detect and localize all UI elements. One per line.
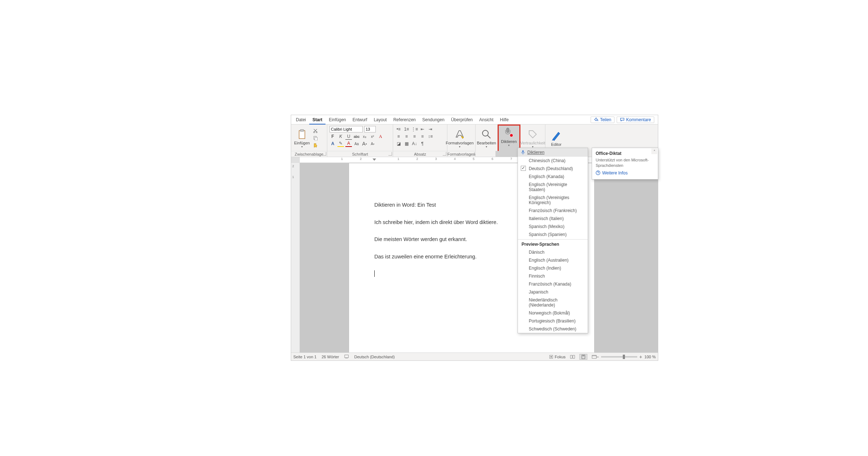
bold-button[interactable]: F xyxy=(329,133,336,140)
status-spellcheck-icon[interactable] xyxy=(344,354,349,359)
font-color-button[interactable]: A xyxy=(345,140,352,147)
show-marks-button[interactable]: ¶ xyxy=(419,140,426,147)
editing-label: Bearbeiten xyxy=(477,141,496,145)
tab-layout[interactable]: Layout xyxy=(370,115,390,124)
tab-ansicht[interactable]: Ansicht xyxy=(476,115,497,124)
align-right-button[interactable]: ≡ xyxy=(411,133,418,140)
language-option[interactable]: Französisch (Frankreich) xyxy=(518,207,588,215)
language-option[interactable]: Italienisch (Italien) xyxy=(518,215,588,223)
preview-language-option[interactable]: Englisch (Indien) xyxy=(518,264,588,272)
group-editing: Bearbeiten▾ xyxy=(476,124,498,157)
preview-languages-title: Preview-Sprachen xyxy=(518,240,588,248)
styles-launcher[interactable] xyxy=(471,152,475,156)
clear-formatting-button[interactable]: A xyxy=(377,133,384,140)
superscript-button[interactable]: x² xyxy=(369,133,376,140)
language-option[interactable]: Deutsch (Deutschland) xyxy=(518,165,588,173)
font-name-combobox[interactable] xyxy=(329,126,363,132)
copy-button[interactable] xyxy=(312,135,319,141)
subscript-button[interactable]: x₂ xyxy=(361,133,368,140)
justify-button[interactable]: ≡ xyxy=(419,133,426,140)
scroll-up-button[interactable]: ˄ xyxy=(651,148,657,154)
tab-ueberpruefen[interactable]: Überprüfen xyxy=(448,115,476,124)
preview-language-option[interactable]: Finnisch xyxy=(518,272,588,280)
preview-language-option[interactable]: Norwegisch (Bokmål) xyxy=(518,309,588,317)
align-center-button[interactable]: ≡ xyxy=(403,133,410,140)
paste-label: Einfügen xyxy=(294,141,310,145)
preview-language-option[interactable]: Dänisch xyxy=(518,248,588,256)
status-word-count[interactable]: 26 Wörter xyxy=(322,355,339,359)
paragraph-launcher[interactable] xyxy=(443,152,446,156)
strikethrough-button[interactable]: abc xyxy=(353,133,360,140)
format-painter-button[interactable] xyxy=(312,142,319,148)
line-spacing-button[interactable]: ↕≡ xyxy=(427,133,434,140)
styles-icon xyxy=(454,128,465,140)
tab-einfuegen[interactable]: Einfügen xyxy=(326,115,349,124)
change-case-button[interactable]: Aa xyxy=(353,140,360,147)
shrink-font-button[interactable]: A▾ xyxy=(369,140,376,147)
zoom-out-button[interactable]: − xyxy=(596,354,599,360)
grow-font-button[interactable]: A▴ xyxy=(361,140,368,147)
text-effects-button[interactable]: A xyxy=(329,140,336,147)
status-page[interactable]: Seite 1 von 1 xyxy=(293,355,316,359)
highlight-color-button[interactable]: ✎ xyxy=(337,140,344,147)
tab-referenzen[interactable]: Referenzen xyxy=(390,115,419,124)
svg-rect-7 xyxy=(345,355,348,358)
zoom-in-button[interactable]: + xyxy=(639,354,642,360)
shading-button[interactable]: ◪ xyxy=(395,140,402,147)
language-option[interactable]: Chinesisch (China) xyxy=(518,157,588,165)
multilevel-list-button[interactable]: ⋮≡ xyxy=(411,126,418,132)
svg-point-6 xyxy=(482,130,488,136)
clipboard-launcher[interactable] xyxy=(323,152,326,156)
language-option[interactable]: Spanisch (Mexiko) xyxy=(518,223,588,231)
language-option[interactable]: Spanisch (Spanien) xyxy=(518,231,588,238)
sort-button[interactable]: A↓ xyxy=(411,140,418,147)
preview-language-option[interactable]: Portugiesisch (Brasilien) xyxy=(518,317,588,325)
svg-rect-10 xyxy=(582,355,585,358)
underline-button[interactable]: U xyxy=(345,133,352,140)
dictate-button[interactable]: Diktieren▾ xyxy=(498,124,520,149)
zoom-slider[interactable]: −+ xyxy=(601,356,637,358)
vertical-ruler[interactable]: 2 1 xyxy=(291,163,300,352)
preview-language-option[interactable]: Japanisch xyxy=(518,288,588,296)
status-language[interactable]: Deutsch (Deutschland) xyxy=(354,355,395,359)
increase-indent-button[interactable]: ⇥ xyxy=(427,126,434,132)
dropdown-header[interactable]: Diktieren xyxy=(518,148,588,157)
tab-hilfe[interactable]: Hilfe xyxy=(497,115,512,124)
share-button[interactable]: Teilen xyxy=(591,117,614,123)
callout-title: Office-Diktat xyxy=(596,151,654,156)
view-print-button[interactable] xyxy=(579,354,587,360)
zoom-percent[interactable]: 100 % xyxy=(644,355,656,359)
bullet-list-button[interactable]: •≡ xyxy=(395,126,402,132)
indent-marker[interactable] xyxy=(373,159,376,162)
preview-language-option[interactable]: Niederländisch (Niederlande) xyxy=(518,296,588,309)
preview-language-option[interactable]: Französisch (Kanada) xyxy=(518,280,588,288)
dictate-dropdown: Diktieren Chinesisch (China)Deutsch (Deu… xyxy=(518,148,588,333)
preview-language-option[interactable]: Englisch (Australien) xyxy=(518,256,588,264)
decrease-indent-button[interactable]: ⇤ xyxy=(419,126,426,132)
group-styles: Formatvorlagen▾ Formatvorlagen xyxy=(447,124,476,157)
find-button[interactable]: Bearbeiten▾ xyxy=(478,126,495,151)
italic-button[interactable]: K xyxy=(337,133,344,140)
status-focus[interactable]: Fokus xyxy=(549,355,566,359)
paste-button[interactable]: Einfügen ▾ xyxy=(293,126,311,151)
tab-entwurf[interactable]: Entwurf xyxy=(349,115,371,124)
tab-start[interactable]: Start xyxy=(309,115,326,124)
font-size-combobox[interactable] xyxy=(364,126,376,132)
styles-label: Formatvorlagen xyxy=(446,141,473,145)
language-option[interactable]: Englisch (Vereinigtes Königreich) xyxy=(518,194,588,207)
callout-more-info-link[interactable]: Weitere Infos xyxy=(596,170,654,176)
cut-button[interactable] xyxy=(312,127,319,134)
font-launcher[interactable] xyxy=(388,152,392,156)
tab-sendungen[interactable]: Sendungen xyxy=(419,115,448,124)
styles-button[interactable]: Formatvorlagen▾ xyxy=(450,126,470,151)
editor-button[interactable]: Editor xyxy=(548,126,565,151)
language-option[interactable]: Englisch (Kanada) xyxy=(518,173,588,181)
borders-button[interactable]: ▦ xyxy=(403,140,410,147)
view-read-button[interactable] xyxy=(569,354,576,360)
language-option[interactable]: Englisch (Vereinigte Staaten) xyxy=(518,181,588,194)
number-list-button[interactable]: 1≡ xyxy=(403,126,410,132)
tab-datei[interactable]: Datei xyxy=(293,115,309,124)
comments-button[interactable]: Kommentare xyxy=(617,117,654,123)
align-left-button[interactable]: ≡ xyxy=(395,133,402,140)
preview-language-option[interactable]: Schwedisch (Schweden) xyxy=(518,325,588,333)
